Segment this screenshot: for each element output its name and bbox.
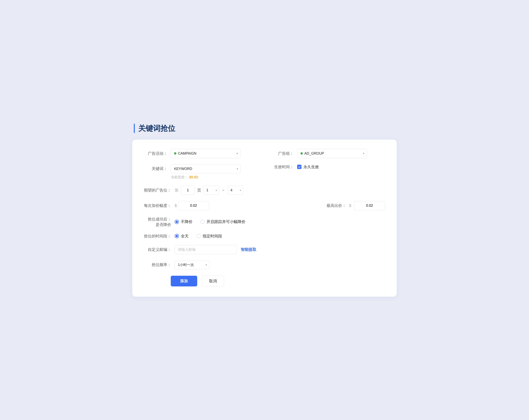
reduce-price-row: 抢位成功后： 是否降价 不降价 开启跟踪并可小幅降价 bbox=[144, 216, 385, 227]
keyword-section: 关键词： KEYWORD ▾ 当前竞价： $0.02 bbox=[144, 164, 259, 180]
page-title-row: 关键词抢位 bbox=[132, 123, 397, 133]
success-label: 抢位成功后： 是否降价 bbox=[144, 216, 171, 227]
keyword-row-inner: 关键词： KEYWORD ▾ bbox=[144, 164, 259, 173]
position-label: 期望的广告位： bbox=[144, 188, 171, 193]
max-bid-input[interactable] bbox=[354, 201, 385, 210]
keyword-select-wrapper: KEYWORD ▾ bbox=[171, 164, 241, 173]
smart-extract-button[interactable]: 智能提取 bbox=[241, 247, 256, 252]
success-label-line2: 是否降价 bbox=[156, 223, 171, 227]
adgroup-select[interactable]: AD_GROUP ▾ bbox=[297, 149, 367, 158]
frequency-select[interactable]: 1小时一次 2小时一次 4小时一次 8小时一次 12小时一次 24小时一次 bbox=[175, 260, 210, 269]
bid-row: 每次加价幅度： $ 最高出价： $ bbox=[144, 201, 385, 210]
current-bid-row: 当前竞价： $0.02 bbox=[171, 175, 198, 180]
action-row: 添加 取消 bbox=[144, 276, 385, 287]
position-page-input[interactable] bbox=[181, 186, 195, 195]
tilde: ~ bbox=[221, 188, 225, 193]
radio-allday[interactable]: 全天 bbox=[175, 234, 189, 239]
cancel-button[interactable]: 取消 bbox=[202, 276, 224, 287]
adgroup-chevron-icon: ▾ bbox=[363, 152, 364, 155]
bid-increment-label: 每次加价幅度： bbox=[144, 203, 171, 208]
check-icon bbox=[298, 165, 301, 168]
success-label-line1: 抢位成功后： bbox=[148, 217, 171, 221]
ad-position-row: 期望的广告位： 第 页 1 2 3 4 5 ▾ ~ bbox=[144, 186, 385, 195]
permanent-checkbox-wrapper[interactable]: 永久生效 bbox=[297, 164, 319, 170]
zipcode-row: 自定义邮编： 智能提取 bbox=[144, 245, 385, 254]
frequency-select-wrapper: 1小时一次 2小时一次 4小时一次 8小时一次 12小时一次 24小时一次 ▾ bbox=[175, 260, 210, 269]
campaign-label: 广告活动： bbox=[144, 151, 167, 156]
page-title: 关键词抢位 bbox=[138, 123, 175, 133]
keyword-label: 关键词： bbox=[144, 166, 167, 171]
effective-time-group: 生效时间： 永久生效 bbox=[270, 164, 385, 170]
position-prefix: 第 bbox=[175, 188, 179, 193]
position-to-select[interactable]: 1 2 3 4 5 bbox=[227, 186, 243, 195]
bid-increment-input[interactable] bbox=[178, 201, 209, 210]
bid-increment-dollar: $ bbox=[175, 203, 177, 208]
max-bid-label: 最高出价： bbox=[327, 203, 346, 208]
position-to-wrapper: 1 2 3 4 5 ▾ bbox=[227, 186, 243, 195]
radio-custom-time[interactable]: 指定时间段 bbox=[197, 234, 222, 239]
radio-track-reduce-circle bbox=[200, 220, 205, 224]
permanent-label: 永久生效 bbox=[304, 164, 319, 170]
frequency-row: 抢位频率： 1小时一次 2小时一次 4小时一次 8小时一次 12小时一次 24小… bbox=[144, 260, 385, 269]
campaign-adgroup-row: 广告活动： CAMPAIGN ▾ 广告组： AD_GROUP ▾ bbox=[144, 149, 385, 158]
form-card: 广告活动： CAMPAIGN ▾ 广告组： AD_GROUP ▾ bbox=[132, 140, 397, 297]
zipcode-input[interactable] bbox=[175, 245, 237, 254]
campaign-chevron-icon: ▾ bbox=[237, 152, 238, 155]
keyword-effectivetime-row: 关键词： KEYWORD ▾ 当前竞价： $0.02 生效时间： bbox=[144, 164, 385, 180]
time-slot-radio-group: 全天 指定时间段 bbox=[175, 234, 222, 239]
adgroup-value: AD_GROUP bbox=[304, 151, 324, 156]
position-from-select[interactable]: 1 2 3 4 5 bbox=[203, 186, 219, 195]
zipcode-label: 自定义邮编： bbox=[144, 247, 171, 252]
adgroup-group: 广告组： AD_GROUP ▾ bbox=[270, 149, 385, 158]
max-bid-group: 最高出价： $ bbox=[327, 201, 385, 210]
position-from-wrapper: 1 2 3 4 5 ▾ bbox=[203, 186, 219, 195]
radio-allday-text: 全天 bbox=[181, 234, 189, 239]
title-bar bbox=[134, 124, 135, 133]
page-wrapper: 关键词抢位 广告活动： CAMPAIGN ▾ 广告组： AD_GROUP ▾ bbox=[132, 123, 397, 297]
radio-no-reduce-text: 不降价 bbox=[181, 219, 193, 224]
frequency-label: 抢位频率： bbox=[144, 262, 171, 267]
page-suffix: 页 bbox=[197, 188, 201, 193]
radio-allday-circle bbox=[175, 234, 179, 238]
radio-custom-time-text: 指定时间段 bbox=[203, 234, 222, 239]
campaign-status-dot bbox=[174, 152, 176, 155]
adgroup-label: 广告组： bbox=[270, 151, 294, 156]
max-bid-dollar: $ bbox=[349, 203, 351, 208]
radio-no-reduce[interactable]: 不降价 bbox=[175, 219, 193, 224]
ad-position-group: 第 页 1 2 3 4 5 ▾ ~ 1 2 bbox=[175, 186, 243, 195]
campaign-value: CAMPAIGN bbox=[178, 151, 197, 156]
current-bid-value: $0.02 bbox=[189, 175, 198, 179]
keyword-select[interactable]: KEYWORD bbox=[171, 164, 241, 173]
add-button[interactable]: 添加 bbox=[171, 276, 197, 286]
radio-track-reduce[interactable]: 开启跟踪并可小幅降价 bbox=[200, 219, 245, 224]
radio-custom-time-circle bbox=[197, 234, 201, 238]
time-slot-row: 抢位的时间段： 全天 指定时间段 bbox=[144, 234, 385, 239]
time-slot-label: 抢位的时间段： bbox=[144, 234, 171, 239]
campaign-select[interactable]: CAMPAIGN ▾ bbox=[171, 149, 241, 158]
campaign-group: 广告活动： CAMPAIGN ▾ bbox=[144, 149, 259, 158]
reduce-price-radio-group: 不降价 开启跟踪并可小幅降价 bbox=[175, 219, 245, 224]
effective-time-label: 生效时间： bbox=[270, 164, 294, 170]
current-bid-label: 当前竞价： bbox=[171, 175, 188, 179]
adgroup-status-dot bbox=[301, 152, 303, 155]
permanent-checkbox[interactable] bbox=[297, 165, 302, 169]
radio-track-reduce-text: 开启跟踪并可小幅降价 bbox=[207, 219, 245, 224]
radio-no-reduce-circle bbox=[175, 220, 179, 224]
